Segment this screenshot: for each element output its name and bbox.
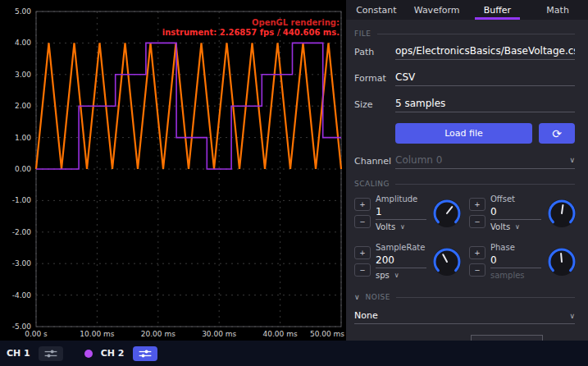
noise-type-value: None bbox=[354, 310, 378, 321]
channel-bar: CH 1 CH 2 bbox=[0, 341, 588, 366]
fps-overlay-line2: instrument: 2.26857 fps / 440.606 ms. bbox=[162, 28, 340, 37]
samplerate-decrement-button[interactable]: − bbox=[354, 263, 371, 277]
samplerate-control: + − SampleRate 200 sps ∨ bbox=[354, 243, 463, 280]
mode-tabbar: Constant Waveform Buffer Math bbox=[346, 0, 588, 20]
chevron-down-icon: ∨ bbox=[569, 312, 575, 320]
tab-math[interactable]: Math bbox=[527, 0, 588, 20]
section-divider bbox=[377, 34, 575, 34]
waveform-plot: 5.004.003.002.001.000.00-1.00-2.00-3.00-… bbox=[0, 0, 346, 341]
format-input[interactable]: CSV bbox=[395, 71, 575, 86]
x-tick-label: 30.00 ms bbox=[202, 330, 236, 338]
amplitude-decrement-button[interactable]: − bbox=[354, 215, 371, 228]
ch1-label[interactable]: CH 1 bbox=[7, 348, 30, 359]
ch1-settings-button[interactable] bbox=[39, 346, 63, 361]
amplitude-value-input[interactable]: 1 bbox=[376, 206, 426, 220]
signal-generator-window: 5.004.003.002.001.000.00-1.00-2.00-3.00-… bbox=[0, 0, 588, 366]
noise-section-label: NOISE bbox=[366, 293, 390, 301]
y-tick-label: -4.00 bbox=[12, 291, 32, 300]
x-tick-label: 20.00 ms bbox=[141, 330, 175, 338]
size-label: Size bbox=[354, 99, 395, 112]
sliders-icon bbox=[138, 349, 153, 359]
channel-value: Column 0 bbox=[395, 154, 442, 166]
path-input[interactable]: ops/ElectronicsBasics/BaseVoltage.csv bbox=[395, 44, 575, 60]
chevron-down-icon: ∨ bbox=[400, 223, 405, 231]
samplerate-stepper: + − bbox=[354, 246, 371, 277]
amplitude-increment-button[interactable]: + bbox=[354, 198, 371, 211]
noise-type-dropdown[interactable]: None ∨ bbox=[354, 309, 575, 324]
section-divider bbox=[395, 184, 575, 185]
amplitude-knob[interactable] bbox=[431, 198, 463, 229]
format-row: Format CSV bbox=[354, 71, 575, 86]
ch2-label[interactable]: CH 2 bbox=[101, 348, 125, 359]
plot-area: 5.004.003.002.001.000.00-1.00-2.00-3.00-… bbox=[0, 0, 346, 341]
scaling-section-header: SCALING bbox=[354, 180, 575, 188]
samplerate-knob[interactable] bbox=[431, 246, 463, 277]
samplerate-unit-dropdown[interactable]: sps ∨ bbox=[376, 271, 426, 280]
path-row: Path ops/ElectronicsBasics/BaseVoltage.c… bbox=[354, 44, 575, 60]
offset-unit-dropdown[interactable]: Volts ∨ bbox=[490, 222, 541, 231]
samplerate-increment-button[interactable]: + bbox=[354, 246, 371, 259]
x-tick-label: 50.00 ms bbox=[310, 330, 344, 338]
offset-fields: Offset 0 Volts ∨ bbox=[490, 194, 541, 231]
phase-stepper: + − bbox=[469, 246, 485, 277]
x-tick-label: 10.00 ms bbox=[80, 330, 114, 338]
samplerate-value-input[interactable]: 200 bbox=[376, 254, 426, 268]
format-label: Format bbox=[354, 73, 395, 86]
section-divider bbox=[396, 297, 575, 298]
offset-unit-label: Volts bbox=[490, 222, 510, 231]
y-tick-label: 2.00 bbox=[15, 102, 31, 110]
tab-waveform[interactable]: Waveform bbox=[407, 0, 467, 20]
offset-increment-button[interactable]: + bbox=[469, 198, 485, 211]
amplitude-fields: Amplitude 1 Volts ∨ bbox=[376, 194, 426, 231]
phase-value-input[interactable]: 0 bbox=[490, 254, 541, 268]
phase-increment-button[interactable]: + bbox=[469, 246, 485, 259]
channel-dropdown[interactable]: Column 0 ∨ bbox=[395, 153, 575, 169]
y-tick-label: -1.00 bbox=[12, 196, 32, 204]
y-tick-label: 5.00 bbox=[15, 7, 31, 16]
offset-control: + − Offset 0 Volts ∨ bbox=[469, 194, 577, 231]
file-section-label: FILE bbox=[354, 30, 371, 38]
phase-decrement-button[interactable]: − bbox=[469, 263, 485, 277]
samplerate-label: SampleRate bbox=[376, 243, 426, 252]
samplerate-unit-label: sps bbox=[376, 271, 390, 280]
channel-label: Channel bbox=[354, 156, 395, 169]
chevron-down-icon: ∨ bbox=[515, 223, 520, 231]
offset-knob[interactable] bbox=[546, 198, 577, 229]
load-file-button[interactable]: Load file bbox=[395, 123, 532, 144]
samplerate-fields: SampleRate 200 sps ∨ bbox=[376, 243, 426, 280]
amplitude-control: + − Amplitude 1 Volts ∨ bbox=[354, 194, 463, 231]
x-tick-label: 40.00 ms bbox=[263, 330, 298, 338]
file-section-header: FILE bbox=[354, 30, 575, 38]
amplitude-label: Amplitude bbox=[376, 194, 426, 204]
ch2-color-dot bbox=[84, 350, 93, 358]
ch2-settings-button[interactable] bbox=[133, 346, 157, 361]
x-tick-label: 0.00 s bbox=[25, 330, 48, 338]
tab-buffer[interactable]: Buffer bbox=[467, 0, 528, 20]
offset-decrement-button[interactable]: − bbox=[469, 215, 485, 228]
channel-row: Channel Column 0 ∨ bbox=[354, 153, 575, 169]
phase-unit-label: samples bbox=[490, 271, 541, 280]
offset-value-input[interactable]: 0 bbox=[490, 206, 541, 220]
phase-knob[interactable] bbox=[546, 246, 577, 277]
y-tick-label: -3.00 bbox=[12, 259, 32, 268]
size-input[interactable]: 5 samples bbox=[395, 97, 575, 112]
reload-button[interactable]: ⟳ bbox=[539, 123, 575, 144]
y-tick-label: 3.00 bbox=[15, 71, 31, 79]
plot-grid-and-traces: 5.004.003.002.001.000.00-1.00-2.00-3.00-… bbox=[12, 7, 345, 338]
y-tick-label: 1.00 bbox=[15, 134, 31, 142]
phase-label: Phase bbox=[490, 243, 541, 252]
tab-constant[interactable]: Constant bbox=[346, 0, 407, 20]
opengl-overlay-line1: OpenGL rendering: bbox=[252, 18, 340, 27]
chevron-down-icon: ∨ bbox=[354, 293, 360, 301]
partially-visible-control bbox=[471, 335, 543, 341]
size-row: Size 5 samples bbox=[354, 97, 575, 112]
sliders-icon bbox=[43, 349, 58, 359]
phase-control: + − Phase 0 samples bbox=[469, 243, 577, 280]
noise-section-header[interactable]: ∨ NOISE bbox=[354, 293, 575, 301]
file-buttons-row: Load file ⟳ bbox=[395, 123, 575, 144]
amplitude-unit-dropdown[interactable]: Volts ∨ bbox=[376, 222, 426, 231]
scaling-section-label: SCALING bbox=[354, 180, 390, 188]
offset-stepper: + − bbox=[469, 198, 485, 228]
y-tick-label: -2.00 bbox=[12, 228, 32, 236]
refresh-icon: ⟳ bbox=[552, 127, 562, 140]
